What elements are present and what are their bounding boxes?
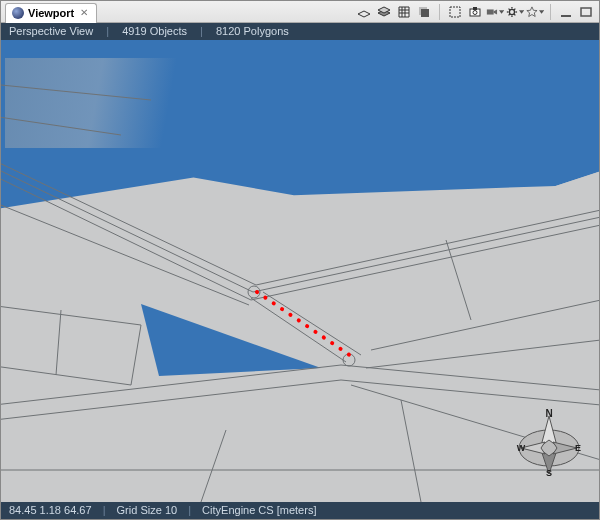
objects-label: Objects: [150, 25, 187, 37]
wireframe-icon[interactable]: [355, 3, 373, 21]
objects-count: 4919: [122, 25, 146, 37]
shadows-icon[interactable]: [415, 3, 433, 21]
svg-line-20: [257, 292, 351, 356]
viewport-toolbar: [355, 3, 595, 21]
viewport-info-bar: Perspective View | 4919 Objects | 8120 P…: [1, 23, 599, 40]
svg-rect-1: [421, 9, 429, 17]
grid-size-value: 10: [165, 504, 177, 516]
eclipse-icon: [12, 7, 24, 19]
tab-bar: Viewport ✕: [1, 1, 599, 23]
viewport-3d[interactable]: N E S W: [1, 40, 599, 502]
snapshot-icon[interactable]: [466, 3, 484, 21]
tab-title: Viewport: [28, 7, 74, 19]
info-separator: |: [106, 25, 109, 37]
isolate-icon[interactable]: [446, 3, 464, 21]
coord-system-label: CityEngine CS: [202, 504, 274, 516]
coords-readout: 84.45 1.18 64.67: [9, 504, 92, 516]
textured-icon[interactable]: [395, 3, 413, 21]
toolbar-separator: [550, 4, 551, 20]
svg-line-14: [509, 14, 510, 15]
units-label: [meters]: [277, 504, 317, 516]
viewport-status-bar: 84.45 1.18 64.67 | Grid Size 10 | CityEn…: [1, 502, 599, 519]
minimize-icon[interactable]: [557, 3, 575, 21]
gear-icon[interactable]: [506, 3, 524, 21]
shaded-icon[interactable]: [375, 3, 393, 21]
svg-line-15: [514, 8, 515, 9]
svg-point-7: [509, 9, 514, 14]
status-separator: |: [103, 504, 106, 516]
viewport-tab[interactable]: Viewport ✕: [5, 3, 97, 23]
status-separator: |: [188, 504, 191, 516]
svg-rect-4: [473, 7, 477, 10]
close-icon[interactable]: ✕: [78, 7, 90, 19]
svg-rect-2: [450, 7, 460, 17]
toolbar-separator: [439, 4, 440, 20]
svg-rect-6: [487, 9, 494, 14]
polygons-count: 8120: [216, 25, 240, 37]
svg-rect-17: [581, 8, 591, 16]
info-separator: |: [200, 25, 203, 37]
camera-icon[interactable]: [486, 3, 504, 21]
grid-size-label: Grid Size: [117, 504, 162, 516]
view-mode-label: Perspective View: [9, 25, 93, 37]
svg-line-13: [514, 14, 515, 15]
svg-rect-16: [561, 15, 571, 17]
polygons-label: Polygons: [244, 25, 289, 37]
favorite-icon[interactable]: [526, 3, 544, 21]
svg-line-12: [509, 8, 510, 9]
maximize-icon[interactable]: [577, 3, 595, 21]
